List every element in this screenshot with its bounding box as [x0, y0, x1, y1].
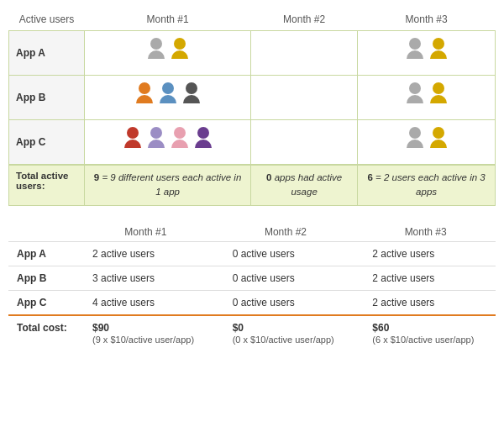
app-a-month2: [251, 31, 358, 76]
cost-row-app-a: App A 2 active users 0 active users 2 ac…: [8, 241, 496, 266]
cost-amount-month3: $60: [372, 322, 389, 334]
cost-app-c-month2: 0 active users: [216, 290, 356, 315]
user-icon: 5: [183, 82, 200, 113]
table-row: App C 6 7 8: [9, 120, 496, 166]
app-b-label: App B: [9, 76, 85, 120]
app-b-month2: [251, 76, 358, 120]
app-a-label: App A: [9, 31, 85, 76]
cost-table: Month #1 Month #2 Month #3 App A 2 activ…: [8, 223, 496, 351]
user-icon: 3: [136, 82, 153, 113]
table-row: App A 1 2 1: [9, 31, 496, 76]
app-c-label: App C: [9, 120, 85, 166]
cost-total-month2: $0 (0 x $10/active user/app): [216, 315, 356, 351]
cost-app-a-month2: 0 active users: [216, 241, 356, 266]
app-c-month3: 1 2: [358, 120, 496, 166]
user-icon: 8: [171, 127, 188, 157]
user-icon: 2: [171, 38, 188, 68]
user-icon: 4: [160, 82, 176, 113]
user-icon: 2: [430, 127, 447, 157]
total-label: Total active users:: [9, 165, 85, 205]
cost-app-b-month3: 2 active users: [355, 266, 496, 290]
cost-total-month3: $60 (6 x $10/active user/app): [355, 315, 496, 351]
total-month3: 6 = 2 users each active in 3 apps: [358, 165, 496, 205]
app-c-month2: [251, 120, 358, 166]
cost-col-header-label: [8, 223, 76, 242]
user-icon: 2: [430, 38, 447, 68]
total-month2: 0 apps had active usage: [251, 165, 358, 205]
cost-detail-month2: (0 x $10/active user/app): [233, 335, 334, 345]
total-month1: 9 = 9 different users each active in 1 a…: [85, 165, 251, 205]
cost-app-c-label: App C: [8, 290, 76, 315]
cost-app-b-month1: 3 active users: [76, 266, 216, 290]
active-users-table: Active users Month #1 Month #2 Month #3 …: [8, 8, 496, 206]
user-icon: 1: [407, 127, 423, 157]
cost-app-a-label: App A: [8, 241, 76, 266]
cost-detail-month3: (6 x $10/active user/app): [372, 335, 474, 345]
cost-col-header-month3: Month #3: [355, 223, 496, 242]
cost-detail-month1: (9 x $10/active user/app): [92, 335, 194, 345]
col-header-month3: Month #3: [358, 8, 496, 31]
user-icon: 1: [407, 82, 423, 113]
cost-total-row: Total cost: $90 (9 x $10/active user/app…: [8, 315, 496, 351]
col-header-label: Active users: [9, 8, 85, 31]
user-icon: 7: [148, 127, 165, 157]
cost-app-b-label: App B: [8, 266, 76, 290]
cost-row-app-b: App B 3 active users 0 active users 2 ac…: [8, 266, 496, 290]
table-row: App B 3 4 5: [9, 76, 496, 120]
user-icon: 1: [407, 38, 423, 68]
col-header-month1: Month #1: [85, 8, 251, 31]
app-c-month1: 6 7 8 9: [85, 120, 251, 166]
cost-col-header-month1: Month #1: [76, 223, 216, 242]
cost-app-c-month1: 4 active users: [76, 290, 216, 315]
app-a-month3: 1 2: [358, 31, 496, 76]
user-icon: 1: [148, 38, 165, 68]
cost-app-a-month1: 2 active users: [76, 241, 216, 266]
app-a-month1: 1 2: [85, 31, 251, 76]
cost-total-label: Total cost:: [8, 315, 76, 351]
cost-amount-month1: $90: [92, 322, 109, 334]
user-icon: 2: [430, 82, 447, 113]
user-icon: 6: [124, 127, 141, 157]
cost-app-c-month3: 2 active users: [355, 290, 496, 315]
app-b-month1: 3 4 5: [85, 76, 251, 120]
cost-col-header-month2: Month #2: [216, 223, 356, 242]
cost-amount-month2: $0: [233, 322, 244, 334]
cost-total-month1: $90 (9 x $10/active user/app): [76, 315, 216, 351]
cost-app-b-month2: 0 active users: [216, 266, 356, 290]
user-icon: 9: [195, 127, 212, 157]
cost-row-app-c: App C 4 active users 0 active users 2 ac…: [8, 290, 496, 315]
cost-app-a-month3: 2 active users: [355, 241, 496, 266]
total-row: Total active users: 9 = 9 different user…: [9, 165, 496, 205]
app-b-month3: 1 2: [358, 76, 496, 120]
col-header-month2: Month #2: [251, 8, 358, 31]
